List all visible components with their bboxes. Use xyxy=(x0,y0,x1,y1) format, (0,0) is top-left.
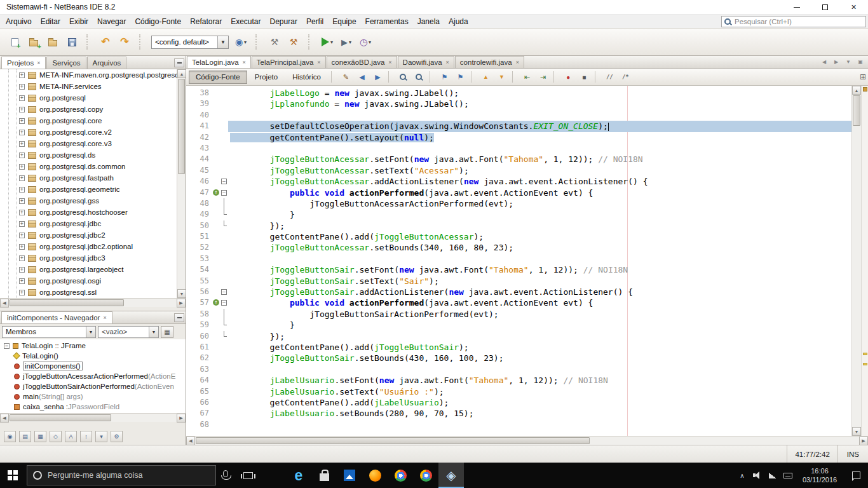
config-select[interactable]: <config. default>▼ xyxy=(151,36,229,49)
maximize-button[interactable]: ▣ xyxy=(855,57,865,67)
menu-item-refatorar[interactable]: Refatorar xyxy=(186,15,226,28)
maximize-button[interactable] xyxy=(811,0,839,14)
profile-button[interactable]: ◷▾ xyxy=(356,33,374,51)
navigator-item-initcomponents[interactable]: initComponents() xyxy=(0,361,186,371)
scroll-right-icon[interactable]: ▶ xyxy=(177,414,186,423)
scroll-up-icon[interactable]: ▲ xyxy=(852,86,861,95)
menu-item-c-digo-fonte[interactable]: Código-Fonte xyxy=(130,15,186,28)
expand-icon[interactable]: + xyxy=(19,175,25,181)
code-text[interactable]: }); xyxy=(228,220,851,231)
editor-tab-telaprincipal-java[interactable]: TelaPrincipal.java× xyxy=(252,56,326,68)
expand-icon[interactable]: + xyxy=(19,198,25,204)
projects-tree[interactable]: +META-INF.maven.org.postgresql.postgresq… xyxy=(0,69,186,298)
tab-servi-os[interactable]: Serviços xyxy=(46,57,86,69)
code-editor[interactable]: 38 jLabelLogo = new javax.swing.JLabel()… xyxy=(186,86,851,436)
navigator-item-telalogin[interactable]: TelaLogin() xyxy=(0,351,186,361)
show-fields-button[interactable]: ▤ xyxy=(19,431,31,442)
menu-item-ferramentas[interactable]: Ferramentas xyxy=(361,15,413,28)
expand-icon[interactable]: + xyxy=(19,95,25,101)
code-text[interactable]: jToggleButtonAcessar.setFont(new java.aw… xyxy=(228,154,851,165)
netbeans-taskbar-button[interactable]: ◈ xyxy=(438,463,464,488)
task-view-button[interactable] xyxy=(235,463,261,488)
open-project-button[interactable] xyxy=(44,33,62,51)
menu-item-executar[interactable]: Executar xyxy=(226,15,265,28)
debug-button[interactable]: ▶▾ xyxy=(337,33,355,51)
filter-submenu-button[interactable]: ▾ xyxy=(95,431,107,442)
store-taskbar-button[interactable] xyxy=(311,463,337,488)
editor-tab-controlewifi-java[interactable]: controlewifi.java× xyxy=(455,56,524,68)
fold-collapse-icon[interactable]: − xyxy=(221,300,227,306)
expand-icon[interactable]: + xyxy=(19,255,25,261)
warning-mark-icon[interactable] xyxy=(863,353,867,355)
scroll-right-icon[interactable]: ▶ xyxy=(177,299,186,308)
tree-item-org-postgresql-jdbc2-optional[interactable]: +org.postgresql.jdbc2.optional xyxy=(0,241,186,252)
scroll-right-button[interactable]: ▶ xyxy=(831,57,841,67)
code-text[interactable]: jToggleButtonAcessarActionPerformed(evt)… xyxy=(228,198,851,209)
cortana-search-input[interactable]: Pergunte-me alguma coisa xyxy=(27,465,216,485)
tree-item-org-postgresql-ds[interactable]: +org.postgresql.ds xyxy=(0,149,186,161)
code-text[interactable]: } xyxy=(228,209,851,220)
build-button[interactable]: ⚒ xyxy=(266,33,283,51)
code-text[interactable]: jToggleButtonAcessar.addActionListener(n… xyxy=(228,176,851,187)
search-input[interactable]: Pesquisar (Ctrl+I) xyxy=(721,16,866,27)
tree-item-org-postgresql-osgi[interactable]: +org.postgresql.osgi xyxy=(0,275,186,287)
split-editor-icon[interactable]: ⊞ xyxy=(860,72,866,81)
minimize-panel-button[interactable] xyxy=(174,58,184,67)
expand-icon[interactable]: + xyxy=(19,278,25,284)
code-text[interactable]: getContentPane().setLayout(null); xyxy=(228,132,851,143)
navigator-scope-select[interactable]: <vazio> ▼ xyxy=(98,326,159,338)
tree-item-org-postgresql-jdbc2[interactable]: +org.postgresql.jdbc2 xyxy=(0,229,186,241)
fold-column[interactable]: − xyxy=(220,187,228,198)
fold-column[interactable]: − xyxy=(220,176,228,187)
back-button[interactable]: ◀ xyxy=(355,71,369,84)
shift-right-button[interactable]: ⇥ xyxy=(536,71,550,84)
code-text[interactable]: } xyxy=(228,320,851,330)
tree-item-meta-inf-services[interactable]: +META-INF.services xyxy=(0,81,186,92)
error-stripe[interactable] xyxy=(861,86,868,436)
tree-item-org-postgresql[interactable]: +org.postgresql xyxy=(0,92,186,104)
scrollbar-thumb[interactable] xyxy=(10,414,111,421)
menu-item-equipe[interactable]: Equipe xyxy=(328,15,360,28)
menu-item-perfil[interactable]: Perfil xyxy=(302,15,328,28)
tab-projetos[interactable]: Projetos× xyxy=(1,57,46,69)
close-tab-icon[interactable]: × xyxy=(317,59,320,65)
fold-collapse-icon[interactable]: − xyxy=(221,289,227,295)
close-tab-icon[interactable]: × xyxy=(388,59,391,65)
chrome-2-taskbar-button[interactable] xyxy=(413,463,438,488)
scroll-left-icon[interactable]: ◀ xyxy=(0,414,9,423)
code-text[interactable]: jLabelUsuario.setFont(new java.awt.Font(… xyxy=(228,375,851,386)
scrollbar-thumb[interactable] xyxy=(196,437,590,444)
expand-icon[interactable]: + xyxy=(19,221,25,227)
menu-item-janela[interactable]: Janela xyxy=(413,15,444,28)
tree-item-org-postgresql-largeobject[interactable]: +org.postgresql.largeobject xyxy=(0,264,186,275)
view-c-digo-fonte-button[interactable]: Código-Fonte xyxy=(189,71,247,84)
tree-item-org-postgresql-core-v3[interactable]: +org.postgresql.core.v3 xyxy=(0,138,186,149)
warning-mark-icon[interactable] xyxy=(863,363,867,365)
find-button[interactable] xyxy=(412,71,426,84)
file-explorer-taskbar-button[interactable] xyxy=(261,463,286,488)
tree-item-org-postgresql-fastpath[interactable]: +org.postgresql.fastpath xyxy=(0,172,186,184)
show-static-button[interactable]: ▦ xyxy=(34,431,46,442)
navigator-tree[interactable]: −TelaLogin :: JFrameTelaLogin()initCompo… xyxy=(0,339,186,413)
code-text[interactable]: getContentPane().add(jToggleButtonAcessa… xyxy=(228,231,851,242)
close-tab-icon[interactable]: × xyxy=(446,59,449,65)
expand-icon[interactable]: + xyxy=(19,233,25,238)
editor-horizontal-scrollbar[interactable]: ◀ ▶ xyxy=(186,436,868,445)
navigator-filter-select[interactable]: Membros ▼ xyxy=(2,326,96,338)
editor-tab-telalogin-java[interactable]: TelaLogin.java× xyxy=(187,56,251,68)
forward-button[interactable]: ▶ xyxy=(370,71,385,84)
editor-vertical-scrollbar[interactable]: ▲ ▼ xyxy=(851,86,861,436)
tree-item-org-postgresql-hostchooser[interactable]: +org.postgresql.hostchooser xyxy=(0,207,186,218)
expand-icon[interactable]: + xyxy=(19,164,25,170)
collapse-icon[interactable]: − xyxy=(4,343,10,349)
tray-chevron-up-button[interactable]: ∧ xyxy=(735,463,750,488)
expand-icon[interactable]: + xyxy=(19,84,25,90)
volume-button[interactable] xyxy=(750,463,765,488)
save-all-button[interactable] xyxy=(63,33,81,51)
microphone-button[interactable] xyxy=(216,463,235,488)
close-icon[interactable]: × xyxy=(37,60,40,66)
shift-left-button[interactable]: ⇤ xyxy=(520,71,534,84)
code-text[interactable]: jToggleButtonSair.setFont(new java.awt.F… xyxy=(228,264,851,275)
view-hist-rico-button[interactable]: Histórico xyxy=(285,71,328,84)
code-text[interactable]: jToggleButtonSair.setText("Sair"); xyxy=(228,276,851,287)
